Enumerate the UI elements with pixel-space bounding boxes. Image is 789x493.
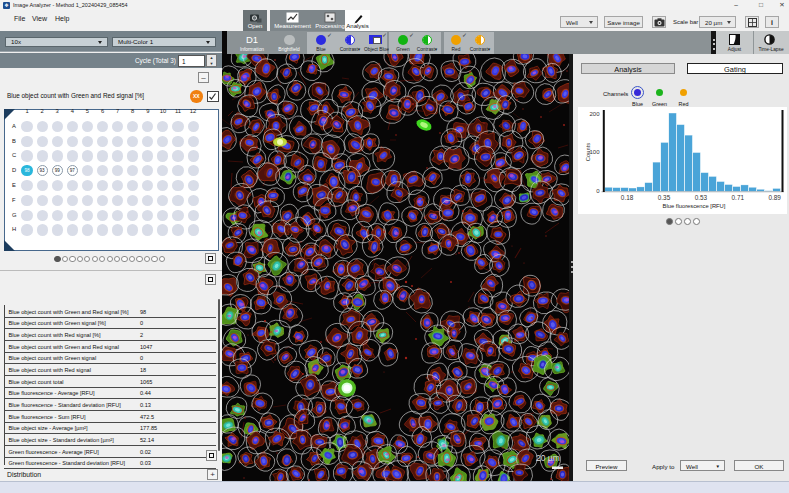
svg-text:100: 100 — [589, 149, 600, 155]
svg-text:0.35: 0.35 — [658, 194, 671, 201]
svg-text:Counts: Counts — [585, 143, 591, 161]
svg-text:20 µm: 20 µm — [536, 453, 560, 463]
svg-text:0.53: 0.53 — [695, 194, 708, 201]
svg-text:200: 200 — [589, 111, 600, 117]
svg-text:0.18: 0.18 — [621, 194, 634, 201]
svg-text:0.71: 0.71 — [732, 194, 745, 201]
svg-text:0.89: 0.89 — [768, 194, 781, 201]
svg-text:Blue fluorescence [RFU]: Blue fluorescence [RFU] — [663, 203, 726, 209]
svg-text:0: 0 — [596, 188, 600, 194]
